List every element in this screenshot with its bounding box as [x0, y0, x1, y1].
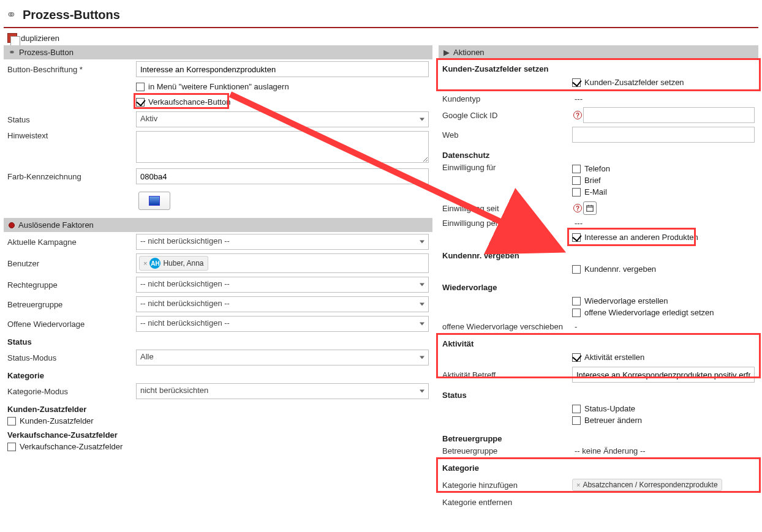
select-caregroup[interactable]: -- nicht berücksichtigen -- [136, 296, 429, 312]
label-category-mode: Kategorie-Modus [7, 387, 136, 396]
category-tags[interactable]: ×Absatzchancen / Korrespondenzprodukte [572, 476, 755, 494]
input-color[interactable] [136, 168, 429, 184]
checkbox-assign-no[interactable] [572, 265, 581, 274]
remove-tag-icon[interactable]: × [576, 481, 580, 489]
help-icon[interactable]: ? [573, 204, 582, 212]
row-interest-other: Interesse an anderen Produkten [442, 230, 755, 245]
row-opp-extra-chk: Verkaufschance-Zusatzfelder [4, 441, 432, 452]
label-open-followup: Offene Wiedervorlage [7, 320, 136, 329]
svg-rect-0 [587, 206, 594, 211]
head-assign-no: Kundennr. vergeben [442, 247, 755, 261]
textarea-hint[interactable] [136, 131, 429, 163]
remove-tag-icon[interactable]: × [143, 260, 147, 267]
label-opp-button: Verkaufschance-Button [148, 97, 230, 107]
user-tag-input[interactable]: × AH Huber, Anna [136, 253, 429, 273]
checkbox-create-followup[interactable] [572, 297, 581, 305]
checkbox-letter[interactable] [572, 176, 581, 185]
label-remove-category: Kategorie entfernen [442, 498, 572, 507]
label-consent-for: Einwilligung für [442, 163, 572, 172]
row-category-mode: Kategorie-Modus nicht berücksichten [4, 381, 432, 401]
left-column: ⚭ Prozess-Button Button-Beschriftung * i… [4, 45, 432, 510]
subhead-category: Kategorie [4, 367, 432, 381]
record-icon [9, 222, 15, 228]
user-tag[interactable]: × AH Huber, Anna [139, 256, 208, 271]
checkbox-status-update[interactable] [572, 405, 581, 413]
checkbox-cust-extra[interactable] [7, 417, 16, 425]
head-caregroup: Betreuergruppe [442, 430, 755, 444]
select-category-mode[interactable]: nicht berücksichten [136, 383, 429, 399]
row-campaign: Aktuelle Kampagne -- nicht berücksichtig… [4, 232, 432, 252]
checkbox-interest-other[interactable] [572, 233, 581, 242]
label-activity-subject: Aktivität Betreff [442, 370, 572, 380]
row-rights: Rechtegruppe -- nicht berücksichtigen -- [4, 275, 432, 294]
input-gclid[interactable] [583, 107, 755, 123]
page-header: ⚭ Prozess-Buttons [4, 5, 758, 26]
select-open-followup[interactable]: -- nicht berücksichtigen -- [136, 316, 429, 332]
row-hint: Hinweistext [4, 129, 432, 167]
label-add-category: Kategorie hinzufügen [442, 481, 572, 490]
section-title: Prozess-Button [19, 48, 74, 57]
block-followup: Wiedervorlage Wiedervorlage erstellen of… [439, 278, 758, 334]
subhead-status: Status [4, 334, 432, 348]
head-rstatus: Status [442, 387, 755, 401]
label-opp-extra: Verkaufschance-Zusatzfelder [20, 442, 123, 451]
chevron-down-icon [420, 303, 424, 306]
input-button-label[interactable] [136, 61, 429, 77]
label-assign-no: Kundennr. vergeben [584, 264, 656, 274]
value-consent-by: --- [572, 219, 755, 228]
right-column: ▶ Aktionen Kunden-Zusatzfelder setzen Ku… [432, 45, 758, 510]
checkbox-set-cust-extra[interactable] [572, 78, 581, 87]
label-set-cust-extra: Kunden-Zusatzfelder setzen [584, 78, 684, 87]
row-color-btn [4, 186, 432, 212]
select-status[interactable]: Aktiv [136, 111, 429, 127]
input-activity-subject[interactable] [572, 367, 755, 383]
category-tag[interactable]: ×Absatzchancen / Korrespondenzprodukte [572, 479, 722, 491]
checkbox-opp-extra[interactable] [7, 443, 16, 451]
checkbox-email[interactable] [572, 188, 581, 197]
color-picker-button[interactable] [138, 192, 170, 210]
row-user: Benutzer × AH Huber, Anna [4, 252, 432, 275]
label-interest-other: Interesse an anderen Produkten [584, 233, 698, 242]
label-phone: Telefon [584, 164, 610, 173]
label-color: Farb-Kennzeichnung [7, 172, 136, 181]
label-change-carer: Betreuer ändern [584, 416, 642, 425]
duplicate-link[interactable]: duplizieren [21, 34, 59, 43]
row-caregroup: Betreuergruppe -- nicht berücksichtigen … [4, 294, 432, 314]
label-caregroup: Betreuergruppe [7, 300, 136, 309]
select-rights[interactable]: -- nicht berücksichtigen -- [136, 277, 429, 293]
help-icon[interactable]: ? [573, 111, 582, 119]
label-letter: Brief [584, 176, 601, 185]
subhead-opp-extra: Verkaufschance-Zusatzfelder [4, 427, 432, 441]
block-set-cust-extra: Kunden-Zusatzfelder setzen Kunden-Zusatz… [439, 59, 758, 91]
select-campaign[interactable]: -- nicht berücksichtigen -- [136, 234, 429, 250]
link-icon: ⚭ [6, 7, 17, 22]
select-status-mode[interactable]: Alle [136, 350, 429, 365]
row-color: Farb-Kennzeichnung [4, 167, 432, 186]
checkbox-in-menu[interactable] [136, 83, 145, 91]
checkbox-phone[interactable] [572, 165, 581, 173]
duplicate-icon [7, 33, 17, 43]
label-button-label: Button-Beschriftung * [7, 65, 136, 74]
input-web[interactable] [572, 127, 755, 143]
block-rstatus: Status Status-Update Betreuer ändern [439, 386, 758, 429]
section-title: Auslösende Faktoren [18, 220, 94, 230]
color-swatch-icon [149, 196, 160, 206]
block-caregroup: Betreuergruppe Betreuergruppe-- keine Än… [439, 429, 758, 459]
play-icon: ▶ [443, 48, 450, 57]
value-caregroup-r: -- keine Änderung -- [572, 446, 755, 455]
chevron-down-icon [420, 241, 424, 244]
user-tag-label: Huber, Anna [163, 259, 203, 268]
label-custtype: Kundentyp [442, 94, 572, 103]
label-caregroup-r: Betreuergruppe [442, 446, 572, 455]
checkbox-opp-button[interactable] [136, 98, 145, 107]
checkbox-change-carer[interactable] [572, 416, 581, 425]
checkbox-done-open-followup[interactable] [572, 309, 581, 317]
checkbox-create-activity[interactable] [572, 353, 581, 362]
calendar-button[interactable] [583, 201, 597, 215]
section-triggers: Auslösende Faktoren [4, 218, 432, 232]
row-open-followup: Offene Wiedervorlage -- nicht berücksich… [4, 314, 432, 334]
row-set-cust-extra-chk: Kunden-Zusatzfelder setzen [442, 75, 755, 90]
head-activity: Aktivität [442, 335, 755, 350]
label-status-update: Status-Update [584, 404, 635, 413]
chain-icon: ⚭ [9, 48, 15, 57]
